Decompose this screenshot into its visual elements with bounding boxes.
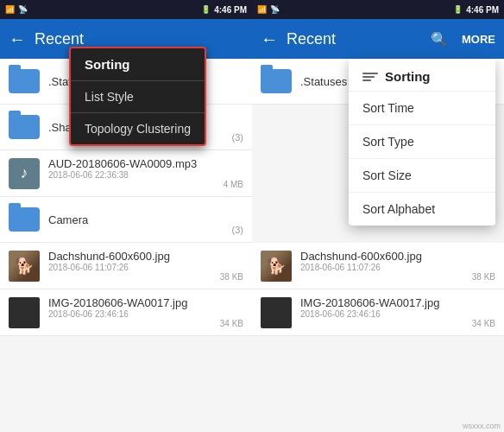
sort-line-2 — [362, 76, 375, 78]
right-status-bar: 📶 📡 🔋 4:46 PM — [252, 0, 504, 19]
file-name: Dachshund-600x600.jpg — [300, 250, 495, 263]
list-item[interactable]: 🐕 Dachshund-600x600.jpg 2018-06-06 11:07… — [252, 243, 504, 289]
file-date: 2018-06-06 23:46:16 — [300, 309, 495, 319]
left-sorting-dropdown: Sorting List Style Topology Clustering — [69, 47, 206, 146]
file-size: 38 KB — [220, 272, 243, 282]
file-name: IMG-20180606-WA0017.jpg — [48, 296, 243, 309]
list-item[interactable]: 🐕 Dachshund-600x600.jpg 2018-06-06 11:07… — [0, 243, 252, 289]
right-status-right: 🔋 4:46 PM — [453, 5, 499, 15]
file-date: 2018-06-06 22:36:38 — [48, 170, 243, 180]
topology-clustering-option[interactable]: Topology Clustering — [71, 112, 205, 144]
sort-time-option[interactable]: Sort Time — [349, 92, 495, 125]
right-toolbar: ← Recent 🔍 MORE — [252, 19, 504, 59]
left-status-right: 🔋 4:46 PM — [201, 5, 247, 15]
left-dropdown-header: Sorting — [71, 48, 205, 80]
right-toolbar-title: Recent — [287, 30, 422, 48]
more-button[interactable]: MORE — [462, 33, 495, 46]
file-size: 34 KB — [472, 319, 495, 328]
left-battery-icon: 🔋 — [201, 5, 211, 14]
file-name: IMG-20180606-WA0017.jpg — [300, 296, 495, 309]
left-signal-icon: 📶 — [5, 5, 15, 14]
right-signal-icon: 📶 — [257, 5, 267, 14]
file-date: 2018-06-06 11:07:26 — [48, 263, 243, 272]
file-size: 38 KB — [472, 272, 495, 282]
right-status-left: 📶 📡 — [257, 5, 280, 14]
sort-line-1 — [362, 73, 378, 74]
list-item[interactable]: IMG-20180606-WA0017.jpg 2018-06-06 23:46… — [252, 289, 504, 336]
right-dropdown-title: Sorting — [385, 69, 431, 84]
right-sorting-dropdown: Sorting Sort Time Sort Type Sort Size So… — [349, 59, 495, 226]
file-info: IMG-20180606-WA0017.jpg 2018-06-06 23:46… — [48, 296, 243, 328]
file-size: 4 MB — [224, 180, 243, 189]
left-status-left: 📶 📡 — [5, 5, 28, 14]
left-back-button[interactable]: ← — [9, 29, 26, 49]
file-info: Camera — [48, 213, 224, 226]
list-item[interactable]: Camera (3) — [0, 197, 252, 243]
file-info: Dachshund-600x600.jpg 2018-06-06 11:07:2… — [300, 250, 495, 282]
right-back-button[interactable]: ← — [261, 29, 278, 49]
right-battery-icon: 🔋 — [453, 5, 463, 14]
file-name: Camera — [48, 213, 224, 226]
file-info: Dachshund-600x600.jpg 2018-06-06 11:07:2… — [48, 250, 243, 282]
folder-icon-shared — [9, 111, 40, 143]
file-date: 2018-06-06 23:46:16 — [48, 309, 243, 319]
folder-icon-statuses — [9, 66, 40, 97]
file-size: 34 KB — [220, 319, 243, 328]
sort-type-option[interactable]: Sort Type — [349, 125, 495, 159]
right-time: 4:46 PM — [466, 5, 499, 15]
list-item[interactable]: ♪ AUD-20180606-WA0009.mp3 2018-06-06 22:… — [0, 150, 252, 197]
file-info: AUD-20180606-WA0009.mp3 2018-06-06 22:36… — [48, 157, 243, 189]
left-toolbar-title: Recent — [35, 30, 243, 48]
watermark: wsxxx.com — [463, 422, 501, 430]
file-name: Dachshund-600x600.jpg — [48, 250, 243, 263]
left-time: 4:46 PM — [214, 5, 247, 15]
right-dropdown-header: Sorting — [349, 59, 495, 92]
right-panel: 📶 📡 🔋 4:46 PM ← Recent 🔍 MORE .Statuses … — [252, 0, 504, 432]
folder-icon-statuses-r — [261, 66, 292, 97]
music-icon: ♪ — [9, 158, 40, 189]
left-panel: 📶 📡 🔋 4:46 PM ← Recent .Statuses .Sh — [0, 0, 252, 432]
search-icon[interactable]: 🔍 — [431, 31, 448, 48]
file-date: 2018-06-06 11:07:26 — [300, 263, 495, 272]
left-wifi-icon: 📡 — [18, 5, 28, 14]
file-name: AUD-20180606-WA0009.mp3 — [48, 157, 243, 170]
img-thumbnail-r — [261, 297, 292, 328]
sort-alphabet-option[interactable]: Sort Alphabet — [349, 193, 495, 226]
dog-image-icon: 🐕 — [9, 251, 40, 282]
list-item[interactable]: IMG-20180606-WA0017.jpg 2018-06-06 23:46… — [0, 289, 252, 336]
file-count: (3) — [232, 132, 243, 143]
dog-image-icon-r: 🐕 — [261, 251, 292, 282]
right-wifi-icon: 📡 — [270, 5, 280, 14]
img-thumbnail — [9, 297, 40, 328]
left-status-bar: 📶 📡 🔋 4:46 PM — [0, 0, 252, 19]
sort-size-option[interactable]: Sort Size — [349, 159, 495, 193]
list-style-option[interactable]: List Style — [71, 80, 205, 112]
file-info: IMG-20180606-WA0017.jpg 2018-06-06 23:46… — [300, 296, 495, 328]
sort-line-3 — [362, 79, 371, 81]
sort-lines-icon — [362, 73, 378, 81]
file-count: (3) — [232, 225, 243, 235]
folder-icon-camera — [9, 204, 40, 235]
